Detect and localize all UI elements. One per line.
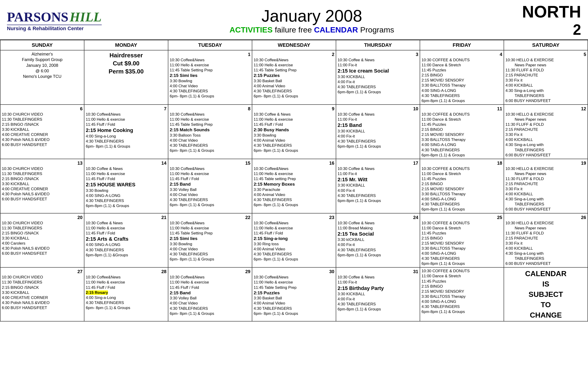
cell-jan25: 25 10:30 COFFEE & DONUTS 11:00 Dance & S… [420,213,504,268]
cell-jan17: 17 10:30 Coffee & News 11:00 Fix-it 2:15… [336,159,420,213]
cell-jan29: 29 10:30 Coffee&News 11:00 Hello & exerc… [168,267,252,321]
col-saturday: SATURDAY [504,40,588,50]
cell-jan1: 1 10:30 Coffee&News 11:00 Hello & exerci… [168,50,252,105]
col-friday: FRIDAY [420,40,504,50]
table-row: 13 10:30 CHURCH VIDEO 11:30 TABLEFINGERS… [0,159,588,213]
cell-jan6: 6 10:30 CHURCH VIDEO 11:30 TABLEFINGERS … [0,105,84,159]
cell-jan31: 31 10:30 Coffee & News 11:00 Fix-it 2:15… [336,267,420,321]
calendar-table: SUNDAY MONDAY TUESDAY WEDNESDAY THURSDAY… [0,40,588,322]
cell-jan2: 2 10:30 Coffee&News 11:00 Hello & exerci… [252,50,336,105]
calendar-word: CALENDAR [314,25,358,34]
cell-jan8: 8 10:30 Coffee&News 11:00 Hello & exerci… [168,105,252,159]
month-year: January 2008 [102,6,522,25]
cell-jan14: 14 10:30 Coffee & News 11:00 Hello & exe… [84,159,168,213]
cell-jan7: 7 10:30 Coffee&News 11:00 Hello & exerci… [84,105,168,159]
logo-subtitle: Nursing & Rehabilitation Center [7,25,102,32]
cell-jan18: 18 10:30 COFFEE & DONUTS 11:00 Dance & S… [420,159,504,213]
cell-jan21: 21 10:30 Coffee & News 11:00 Hello & exe… [84,213,168,268]
region-num: 2 [522,21,581,38]
cell-jan27: 27 10:30 CHURCH VIDEO 11:30 TABLEFINGERS… [0,267,84,321]
cell-jan22: 22 10:30 Coffee&News 11:00 Hello & exerc… [168,213,252,268]
table-row: Alzheimer's Family Support Group January… [0,50,588,105]
cell-jan16: 16 10:30 Coffee&News 11:00 Hello & exerc… [252,159,336,213]
logo-parsons: PARSONS [7,9,68,25]
cell-jan23: 23 10:30 Coffee&News 11:00 Hello & exerc… [252,213,336,268]
cell-jan24: 24 10:30 Coffee & News 11:00 Bread Makin… [336,213,420,268]
header-center: January 2008 ACTIVITIES failure free CAL… [102,6,522,34]
hairdresser-info: Hairdresser Cut $9.00 Perm $35.00 [86,51,167,76]
cell-jan30: 30 10:30 Coffee&News 11:00 Hello & exerc… [252,267,336,321]
cell-jan-fri-last: 10:30 COFFEE & DONUTS 11:00 Dance & Stre… [420,267,504,321]
table-row: 20 10:30 CHURCH VIDEO 11:30 TABLEFINGERS… [0,213,588,268]
cell-calendar-change: CALENDARISSUBJECTTOCHANGE [504,267,588,321]
col-sunday: SUNDAY [0,40,84,50]
col-wednesday: WEDNESDAY [252,40,336,50]
alzheimer-note: Alzheimer's Family Support Group January… [2,51,83,79]
cell-jan3: 3 10:30 Coffee & News 11:00 Fix-it 2:15 … [336,50,420,105]
calendar-change-text: CALENDARISSUBJECTTOCHANGE [505,268,586,320]
col-thursday: THURSDAY [336,40,420,50]
table-row: 6 10:30 CHURCH VIDEO 11:30 TABLEFINGERS … [0,105,588,159]
region-area: NORTH 2 [522,2,581,38]
cell-blank-sun: Alzheimer's Family Support Group January… [0,50,84,105]
cell-jan5: 5 10:30 HELLO & EXERCISE News Paper news… [504,50,588,105]
col-monday: MONDAY [84,40,168,50]
activities-word: ACTIVITIES [230,25,273,34]
cell-jan19: 19 10:30 HELLO & EXERCISE News Paper new… [504,159,588,213]
cell-jan28: 28 10:30 Coffee&News 11:00 Hello & exerc… [84,267,168,321]
cell-jan15: 15 10:30 Coffee&News 11:00 Hello & exerc… [168,159,252,213]
table-row: 27 10:30 CHURCH VIDEO 11:30 TABLEFINGERS… [0,267,588,321]
cell-jan9: 9 10:30 Coffee & News 11:00 Hello & exer… [252,105,336,159]
cell-hairdresser: Hairdresser Cut $9.00 Perm $35.00 [84,50,168,105]
logo-area: PARSONS HILL Nursing & Rehabilitation Ce… [7,9,102,32]
cell-jan10: 10 10:30 Coffee & News 11:00 Fix-it 2:15… [336,105,420,159]
cell-jan11: 11 10:30 COFFEE & DONUTS 11:00 Dance & S… [420,105,504,159]
region-label: NORTH [522,2,581,21]
cell-jan4: 4 10:30 COFFEE & DONUTS 11:00 Dance & St… [420,50,504,105]
logo-hill: HILL [70,9,102,25]
col-tuesday: TUESDAY [168,40,252,50]
cell-jan26: 26 10:30 HELLO & EXERCISE News Paper new… [504,213,588,268]
cell-jan12: 12 10:30 HELLO & EXERCISE News Paper new… [504,105,588,159]
cell-jan20: 20 10:30 CHURCH VIDEO 11:30 TABLEFINGERS… [0,213,84,268]
activities-subtitle: ACTIVITIES failure free CALENDAR Program… [102,25,522,34]
page-header: PARSONS HILL Nursing & Rehabilitation Ce… [0,0,588,40]
cell-jan13: 13 10:30 CHURCH VIDEO 11:30 TABLEFINGERS… [0,159,84,213]
